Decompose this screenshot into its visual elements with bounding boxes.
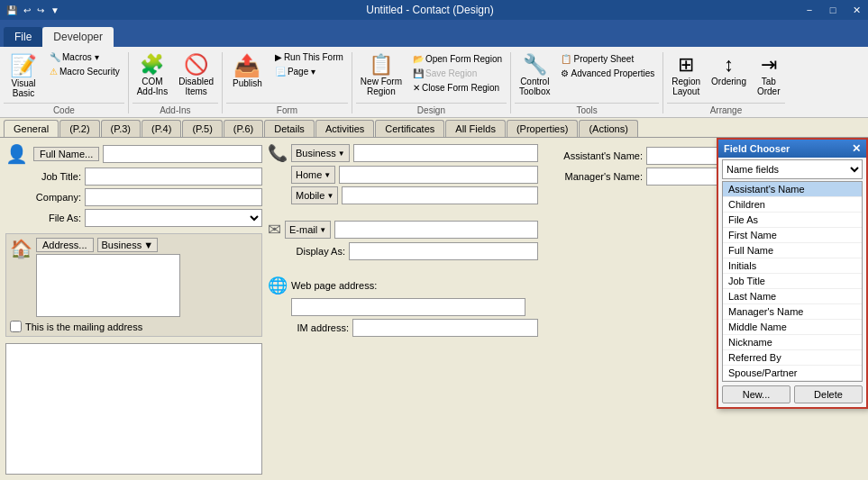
notes-area[interactable] (5, 343, 262, 475)
phone-dropdown-arrow: ▼ (338, 149, 345, 158)
mailing-checkbox[interactable] (10, 321, 22, 332)
new-form-region-btn[interactable]: 📋 New FormRegion (356, 50, 407, 99)
open-form-region-btn[interactable]: 📂 Open Form Region (408, 52, 507, 66)
address-type-dropdown[interactable]: Business ▼ (97, 238, 159, 252)
com-addins-icon: 🧩 (140, 53, 164, 77)
undo-qa-btn[interactable]: ↩ (21, 5, 33, 16)
business-phone-label-btn[interactable]: Business ▼ (291, 144, 350, 162)
webpage-input-row (268, 298, 538, 316)
field-item-spouse-partner[interactable]: Spouse/Partner (723, 366, 862, 381)
field-item-children[interactable]: Children (723, 197, 862, 213)
email-label-btn[interactable]: E-mail ▼ (285, 221, 331, 239)
save-region-btn[interactable]: 💾 Save Region (408, 67, 507, 80)
webpage-icon: 🌐 (268, 276, 288, 295)
qa-dropdown-btn[interactable]: ▼ (48, 5, 62, 16)
jobtitle-input[interactable] (85, 168, 262, 186)
phone-home-row: Home ▼ (268, 166, 538, 184)
tab-p3[interactable]: (P.3) (101, 120, 141, 137)
advanced-props-btn[interactable]: ⚙ Advanced Properties (556, 67, 659, 80)
home-phone-label-btn[interactable]: Home ▼ (291, 166, 335, 184)
ribbon: 📝 VisualBasic 🔧 Macros ▾ ⚠ Macro Securit… (0, 47, 868, 118)
field-item-job-title[interactable]: Job Title (723, 274, 862, 289)
ribbon-group-design: 📋 New FormRegion 📂 Open Form Region 💾 Sa… (352, 49, 510, 117)
field-item-middle-name[interactable]: Middle Name (723, 320, 862, 335)
email-icon: ✉ (268, 220, 281, 240)
property-sheet-btn[interactable]: 📋 Property Sheet (556, 52, 659, 66)
fullname-btn[interactable]: Full Name... (33, 147, 99, 161)
close-btn[interactable]: ✕ (845, 0, 868, 20)
property-sheet-icon: 📋 (561, 54, 571, 64)
visual-basic-icon: 📝 (10, 53, 37, 78)
business-phone-input[interactable] (353, 144, 538, 162)
save-qa-btn[interactable]: 💾 (4, 5, 20, 16)
field-chooser-close-btn[interactable]: ✕ (852, 142, 861, 155)
tab-order-btn[interactable]: ⇥ TabOrder (753, 50, 785, 99)
tab-p2[interactable]: (P.2) (59, 120, 99, 137)
mobile-phone-input[interactable] (342, 186, 538, 204)
field-chooser-category[interactable]: Name fields (722, 159, 863, 179)
tab-actions[interactable]: (Actions) (579, 120, 637, 137)
tab-general[interactable]: General (4, 120, 59, 137)
company-input[interactable] (85, 188, 262, 206)
minimize-btn[interactable]: − (798, 0, 821, 20)
email-input[interactable] (334, 221, 538, 239)
home-phone-input[interactable] (339, 166, 538, 184)
run-form-btn[interactable]: ▶ Run This Form (270, 50, 348, 64)
ordering-btn[interactable]: ↕ Ordering (707, 50, 751, 89)
tab-order-icon: ⇥ (761, 53, 777, 77)
fullname-row: 👤 Full Name... (5, 143, 262, 165)
field-item-initials[interactable]: Initials (723, 258, 862, 274)
redo-qa-btn[interactable]: ↪ (34, 5, 47, 16)
field-chooser-new-btn[interactable]: New... (722, 385, 790, 403)
mobile-phone-label-btn[interactable]: Mobile ▼ (291, 186, 338, 204)
code-group-label: Code (4, 103, 124, 115)
tab-p4[interactable]: (P.4) (142, 120, 181, 137)
macros-btn[interactable]: 🔧 Macros ▾ (45, 50, 124, 64)
phone-icon: 📞 (268, 143, 288, 163)
tab-certificates[interactable]: Certificates (375, 120, 444, 137)
email-dropdown-arrow: ▼ (319, 226, 326, 234)
macro-security-btn[interactable]: ⚠ Macro Security (45, 65, 124, 78)
assistant-label: Assistant's Name: (544, 150, 643, 161)
tab-allfields[interactable]: All Fields (445, 120, 506, 137)
im-input[interactable] (352, 319, 538, 337)
tab-p6[interactable]: (P.6) (224, 120, 263, 137)
visual-basic-btn[interactable]: 📝 VisualBasic (4, 50, 43, 101)
tab-p5[interactable]: (P.5) (182, 120, 222, 137)
fullname-input[interactable] (103, 145, 262, 163)
address-textarea[interactable] (36, 254, 180, 317)
tab-activities[interactable]: Activities (315, 120, 374, 137)
field-item-last-name[interactable]: Last Name (723, 289, 862, 304)
disabled-items-btn[interactable]: 🚫 DisabledItems (174, 50, 218, 99)
page-btn[interactable]: 📃 Page ▾ (270, 65, 348, 78)
region-layout-btn[interactable]: ⊞ RegionLayout (667, 50, 705, 99)
com-addins-btn[interactable]: 🧩 COMAdd-Ins (132, 50, 172, 99)
publish-btn[interactable]: 📤 Publish (226, 50, 269, 91)
displayas-input[interactable] (349, 242, 538, 260)
maximize-btn[interactable]: □ (821, 0, 845, 20)
field-item-nickname[interactable]: Nickname (723, 335, 862, 350)
fileas-label: File As: (31, 213, 81, 223)
field-item-file-as[interactable]: File As (723, 213, 862, 228)
tab-details[interactable]: Details (264, 120, 315, 137)
field-item-assistants-name[interactable]: Assistant's Name (723, 182, 862, 197)
field-item-full-name[interactable]: Full Name (723, 243, 862, 258)
company-label: Company: (31, 192, 81, 203)
ribbon-group-addins: 🧩 COMAdd-Ins 🚫 DisabledItems Add-Ins (129, 49, 222, 117)
field-item-managers-name[interactable]: Manager's Name (723, 304, 862, 320)
close-form-region-btn[interactable]: ✕ Close Form Region (408, 81, 507, 95)
field-item-first-name[interactable]: First Name (723, 228, 862, 243)
field-chooser-delete-btn[interactable]: Delete (794, 385, 863, 403)
webpage-input[interactable] (291, 298, 525, 316)
window-controls: − □ ✕ (798, 0, 868, 20)
address-btn[interactable]: Address... (36, 238, 94, 252)
arrange-group-label: Arrange (667, 103, 784, 115)
tab-file[interactable]: File (4, 27, 42, 47)
control-toolbox-btn[interactable]: 🔧 ControlToolbox (515, 50, 554, 99)
tab-developer[interactable]: Developer (42, 27, 114, 47)
field-chooser-body: Name fields Assistant's Name Children Fi… (718, 158, 866, 407)
disabled-icon: 🚫 (184, 53, 208, 77)
fileas-select[interactable] (85, 209, 262, 227)
tab-properties[interactable]: (Properties) (507, 120, 578, 137)
field-item-referred-by[interactable]: Referred By (723, 350, 862, 366)
